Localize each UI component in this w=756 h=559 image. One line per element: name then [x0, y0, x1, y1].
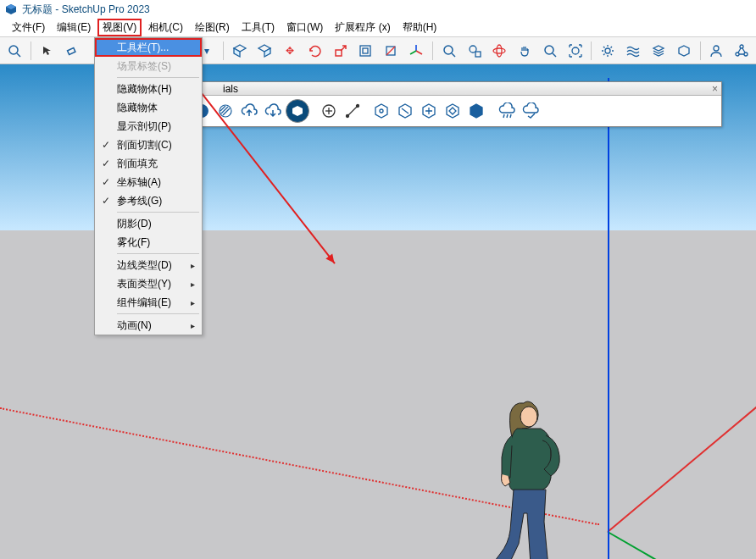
zoom-icon[interactable] [438, 40, 460, 62]
menu-extensions[interactable]: 扩展程序 (x) [330, 19, 395, 36]
submenu-arrow-icon: ▸ [191, 321, 195, 330]
menu-tools[interactable]: 工具(T) [236, 19, 280, 36]
guides-icon[interactable] [380, 40, 402, 62]
search-icon[interactable] [3, 40, 25, 62]
cloud-down-icon[interactable] [262, 100, 284, 122]
circle-plus-icon[interactable] [318, 100, 340, 122]
close-icon[interactable]: × [712, 83, 718, 95]
menu-item[interactable]: 表面类型(Y)▸ [95, 274, 202, 293]
axis-red [0, 407, 756, 409]
panel-title: ials [223, 83, 238, 95]
pan-icon[interactable] [514, 40, 536, 62]
cloud-check-icon[interactable] [520, 100, 542, 122]
cube-top-icon[interactable] [229, 40, 251, 62]
scale-figure[interactable] [471, 395, 581, 559]
menu-item[interactable]: 雾化(F) [95, 233, 202, 252]
svg-point-49 [380, 109, 383, 113]
zoom-extents-icon[interactable] [539, 40, 561, 62]
outline-icon[interactable] [673, 40, 695, 62]
menu-edit[interactable]: 编辑(E) [52, 19, 96, 36]
submenu-arrow-icon: ▸ [191, 261, 195, 270]
check-icon: ✓ [102, 139, 110, 151]
panel-header[interactable]: ials × [113, 82, 721, 96]
cube-filled-icon[interactable] [286, 99, 309, 123]
menu-item-label: 动画(N) [117, 318, 152, 333]
network-icon[interactable] [731, 40, 753, 62]
check-icon: ✓ [102, 195, 110, 207]
menu-item-label: 雾化(F) [117, 235, 150, 250]
menu-item[interactable]: 组件编辑(E)▸ [95, 293, 202, 312]
menu-item-label: 剖面填充 [117, 157, 158, 171]
hatch-icon[interactable] [214, 100, 236, 122]
hex2-icon[interactable] [394, 100, 416, 122]
hex-filled-icon[interactable] [465, 100, 487, 122]
svg-point-32 [744, 53, 748, 56]
menu-item[interactable]: 显示剖切(P) [95, 117, 202, 136]
menu-help[interactable]: 帮助(H) [397, 19, 442, 36]
svg-point-21 [493, 48, 505, 53]
view-dropdown: 工具栏(T)...场景标签(S)隐藏物体(H)隐藏物体显示剖切(P)✓剖面切割(… [94, 37, 203, 335]
move-icon[interactable]: ✥ [279, 40, 301, 62]
svg-point-22 [497, 45, 502, 57]
menu-item-label: 显示剖切(P) [117, 119, 171, 134]
eraser-icon[interactable] [62, 40, 84, 62]
svg-line-51 [402, 108, 409, 113]
svg-line-56 [503, 114, 504, 118]
svg-marker-54 [449, 108, 456, 114]
svg-point-33 [520, 407, 537, 427]
svg-point-2 [9, 46, 18, 54]
menu-item[interactable]: 工具栏(T)... [95, 38, 202, 57]
menu-item[interactable]: 动画(N)▸ [95, 316, 202, 335]
settings-icon[interactable] [597, 40, 619, 62]
svg-rect-20 [475, 52, 481, 57]
menu-item[interactable]: 阴影(D) [95, 214, 202, 233]
menu-item-label: 场景标签(S) [117, 59, 171, 74]
menu-item-label: 阴影(D) [117, 217, 152, 231]
cube-front-icon[interactable] [254, 40, 276, 62]
submenu-arrow-icon: ▸ [191, 298, 195, 307]
svg-rect-11 [363, 48, 368, 53]
svg-line-16 [410, 51, 416, 54]
offset-icon[interactable] [355, 40, 377, 62]
menu-draw[interactable]: 绘图(R) [190, 19, 235, 36]
menu-item[interactable]: 边线类型(D)▸ [95, 256, 202, 274]
rotate-icon[interactable] [304, 40, 326, 62]
hex4-icon[interactable] [442, 100, 464, 122]
svg-point-46 [347, 115, 349, 118]
waves-icon[interactable] [622, 40, 644, 62]
menu-item[interactable]: ✓参考线(G) [95, 191, 202, 210]
select-icon[interactable] [36, 40, 58, 62]
axis-icon[interactable] [405, 40, 427, 62]
cloud-up-icon[interactable] [238, 100, 260, 122]
user-icon[interactable] [706, 40, 728, 62]
orbit-icon[interactable] [488, 40, 510, 62]
hex3-icon[interactable] [418, 100, 440, 122]
scale-icon[interactable] [330, 40, 352, 62]
svg-rect-4 [68, 47, 75, 54]
layers-icon[interactable] [648, 40, 670, 62]
menu-item-label: 剖面切割(C) [117, 138, 172, 152]
zoom-window-icon[interactable] [464, 40, 486, 62]
cloud-rain-icon[interactable] [496, 100, 518, 122]
axis-blue [608, 78, 609, 559]
zoom-selection-icon[interactable] [564, 40, 586, 62]
svg-marker-8 [264, 48, 270, 57]
menu-file[interactable]: 文件(F) [7, 19, 50, 36]
menu-item[interactable]: ✓剖面填充 [95, 154, 202, 173]
floating-toolbar-panel[interactable]: ials × 50 75 [112, 81, 722, 127]
menu-item[interactable]: 隐藏物体(H) [95, 80, 202, 98]
svg-marker-27 [653, 46, 664, 51]
menu-item[interactable]: 隐藏物体 [95, 98, 202, 117]
hex1-icon[interactable] [370, 100, 392, 122]
menu-view[interactable]: 视图(V) [97, 19, 142, 36]
app-logo-icon [5, 3, 17, 15]
check-icon: ✓ [102, 158, 110, 169]
menu-item[interactable]: ✓剖面切割(C) [95, 136, 202, 154]
menu-window[interactable]: 窗口(W) [281, 19, 328, 36]
svg-point-31 [736, 53, 739, 56]
menu-item[interactable]: ✓坐标轴(A) [95, 173, 202, 191]
diagonal-icon[interactable] [342, 100, 364, 122]
svg-point-25 [572, 47, 579, 54]
svg-line-13 [386, 47, 395, 55]
menu-camera[interactable]: 相机(C) [143, 19, 188, 36]
